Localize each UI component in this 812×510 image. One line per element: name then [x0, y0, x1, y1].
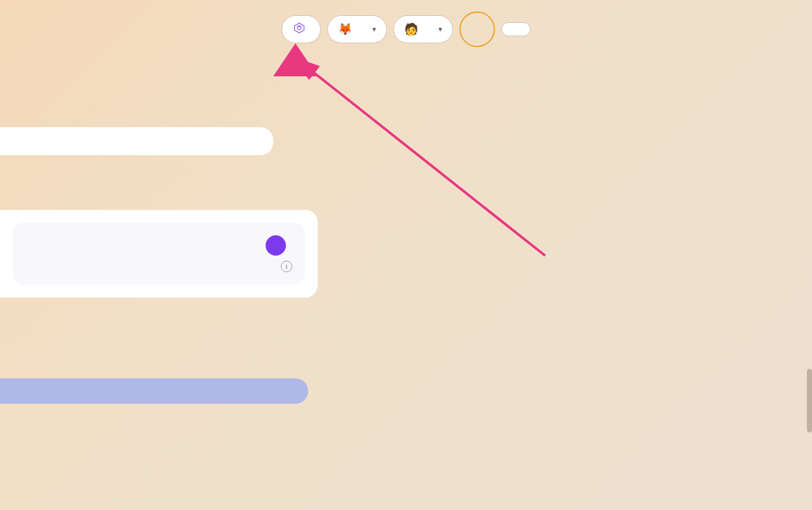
tabs-container [0, 127, 273, 155]
refresh-button[interactable] [459, 11, 495, 47]
tab-transfer[interactable] [13, 134, 43, 149]
polygon-icon [294, 22, 305, 36]
token-row [25, 235, 292, 256]
zk-icon: 🧑 [404, 22, 418, 36]
svg-marker-2 [273, 43, 318, 76]
info-icon[interactable]: i [281, 261, 292, 272]
wallet-button[interactable]: 🦊 ▾ [327, 15, 387, 43]
fox-icon: 🦊 [338, 22, 352, 36]
tab-withdraw[interactable] [43, 134, 74, 149]
balance-row: i [25, 261, 292, 272]
get-bob-button[interactable] [501, 22, 531, 36]
wallet-chevron-icon: ▾ [372, 25, 376, 34]
tab-history[interactable] [74, 134, 104, 149]
header-bar: 🦊 ▾ 🧑 ▾ [0, 11, 812, 47]
svg-line-1 [315, 73, 545, 256]
amount-input[interactable] [0, 378, 308, 404]
scrollbar[interactable] [807, 369, 812, 432]
main-card: i [0, 210, 318, 298]
token-card: i [13, 223, 305, 285]
bob-token-icon [266, 235, 286, 256]
zk-chevron-icon: ▾ [438, 25, 442, 34]
polygon-button[interactable] [281, 15, 321, 43]
zk-account-button[interactable]: 🧑 ▾ [393, 15, 453, 43]
